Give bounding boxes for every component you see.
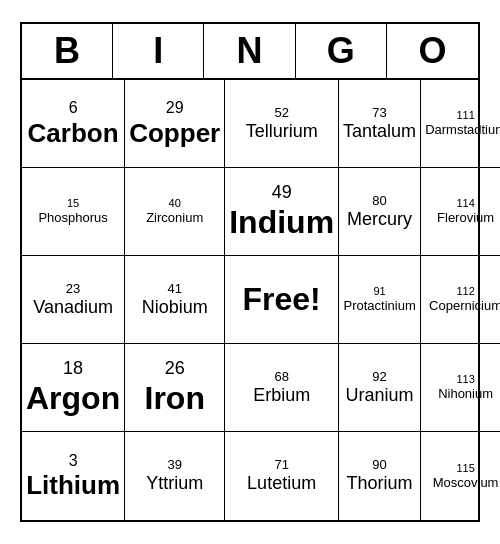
- cell-element-name: Lithium: [26, 470, 120, 501]
- bingo-header: BINGO: [22, 24, 478, 80]
- bingo-cell-15: 18Argon: [22, 344, 125, 432]
- bingo-cell-8: 80Mercury: [339, 168, 421, 256]
- bingo-cell-11: 41Niobium: [125, 256, 225, 344]
- cell-element-name: Argon: [26, 379, 120, 417]
- cell-atomic-number: 90: [372, 457, 386, 473]
- cell-atomic-number: 52: [274, 105, 288, 121]
- cell-element-name: Niobium: [142, 297, 208, 319]
- cell-element-name: Darmstadtium: [425, 122, 500, 138]
- cell-atomic-number: 39: [167, 457, 181, 473]
- cell-atomic-number: 80: [372, 193, 386, 209]
- header-letter-n: N: [204, 24, 295, 78]
- bingo-cell-24: 115Moscovium: [421, 432, 500, 520]
- cell-element-name: Iron: [144, 379, 204, 417]
- header-letter-g: G: [296, 24, 387, 78]
- bingo-cell-16: 26Iron: [125, 344, 225, 432]
- cell-element-name: Carbon: [28, 118, 119, 149]
- bingo-cell-14: 112Copernicium: [421, 256, 500, 344]
- bingo-cell-23: 90Thorium: [339, 432, 421, 520]
- cell-atomic-number: 23: [66, 281, 80, 297]
- bingo-cell-13: 91Protactinium: [339, 256, 421, 344]
- free-space: Free!: [243, 281, 321, 318]
- cell-element-name: Protactinium: [343, 298, 415, 314]
- cell-element-name: Mercury: [347, 209, 412, 231]
- cell-atomic-number: 112: [456, 285, 474, 298]
- bingo-card: BINGO 6Carbon29Copper52Tellurium73Tantal…: [20, 22, 480, 522]
- cell-atomic-number: 91: [373, 285, 385, 298]
- header-letter-i: I: [113, 24, 204, 78]
- cell-atomic-number: 49: [272, 182, 292, 204]
- bingo-cell-12: Free!: [225, 256, 339, 344]
- cell-atomic-number: 41: [167, 281, 181, 297]
- cell-element-name: Copper: [129, 118, 220, 149]
- cell-element-name: Tantalum: [343, 121, 416, 143]
- bingo-cell-22: 71Lutetium: [225, 432, 339, 520]
- cell-element-name: Yttrium: [146, 473, 203, 495]
- cell-element-name: Indium: [229, 203, 334, 241]
- cell-element-name: Copernicium: [429, 298, 500, 314]
- cell-element-name: Zirconium: [146, 210, 203, 226]
- cell-element-name: Erbium: [253, 385, 310, 407]
- bingo-cell-17: 68Erbium: [225, 344, 339, 432]
- bingo-cell-6: 40Zirconium: [125, 168, 225, 256]
- cell-element-name: Moscovium: [433, 475, 499, 491]
- bingo-grid: 6Carbon29Copper52Tellurium73Tantalum111D…: [22, 80, 478, 520]
- bingo-cell-20: 3Lithium: [22, 432, 125, 520]
- cell-atomic-number: 6: [69, 98, 78, 117]
- bingo-cell-2: 52Tellurium: [225, 80, 339, 168]
- cell-atomic-number: 113: [456, 373, 474, 386]
- cell-element-name: Tellurium: [246, 121, 318, 143]
- cell-atomic-number: 40: [169, 197, 181, 210]
- bingo-cell-10: 23Vanadium: [22, 256, 125, 344]
- cell-atomic-number: 114: [456, 197, 474, 210]
- bingo-cell-21: 39Yttrium: [125, 432, 225, 520]
- header-letter-o: O: [387, 24, 478, 78]
- cell-atomic-number: 73: [372, 105, 386, 121]
- cell-atomic-number: 15: [67, 197, 79, 210]
- cell-element-name: Lutetium: [247, 473, 316, 495]
- cell-element-name: Phosphorus: [38, 210, 107, 226]
- header-letter-b: B: [22, 24, 113, 78]
- bingo-cell-0: 6Carbon: [22, 80, 125, 168]
- cell-atomic-number: 26: [165, 358, 185, 380]
- bingo-cell-3: 73Tantalum: [339, 80, 421, 168]
- cell-atomic-number: 111: [456, 109, 474, 122]
- cell-element-name: Nihonium: [438, 386, 493, 402]
- cell-element-name: Thorium: [347, 473, 413, 495]
- bingo-cell-5: 15Phosphorus: [22, 168, 125, 256]
- bingo-cell-1: 29Copper: [125, 80, 225, 168]
- cell-atomic-number: 29: [166, 98, 184, 117]
- bingo-cell-7: 49Indium: [225, 168, 339, 256]
- bingo-cell-19: 113Nihonium: [421, 344, 500, 432]
- cell-element-name: Uranium: [346, 385, 414, 407]
- cell-atomic-number: 92: [372, 369, 386, 385]
- cell-atomic-number: 68: [274, 369, 288, 385]
- cell-atomic-number: 18: [63, 358, 83, 380]
- cell-element-name: Flerovium: [437, 210, 494, 226]
- bingo-cell-18: 92Uranium: [339, 344, 421, 432]
- cell-element-name: Vanadium: [33, 297, 113, 319]
- cell-atomic-number: 115: [456, 462, 474, 475]
- cell-atomic-number: 71: [274, 457, 288, 473]
- cell-atomic-number: 3: [69, 451, 78, 470]
- bingo-cell-4: 111Darmstadtium: [421, 80, 500, 168]
- bingo-cell-9: 114Flerovium: [421, 168, 500, 256]
